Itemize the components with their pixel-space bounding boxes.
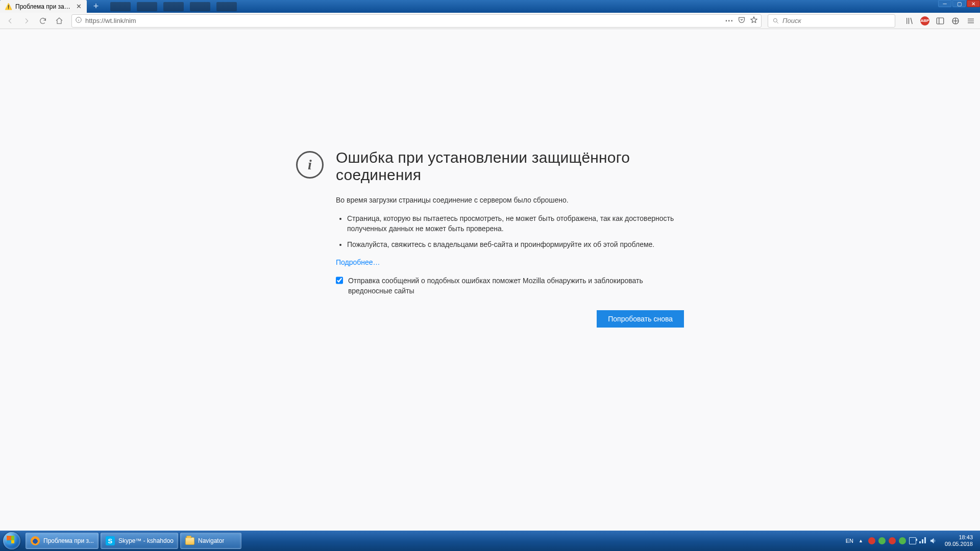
report-errors-label: Отправка сообщений о подобных ошибках по… xyxy=(348,276,684,296)
titlebar: ⚠️ Проблема при загрузке стра ✕ + ─ ▢ ✕ xyxy=(0,0,980,13)
browser-toolbar: ··· ABP xyxy=(0,13,980,29)
error-container: i Ошибка при установлении защищённого со… xyxy=(296,149,684,328)
info-icon: i xyxy=(296,151,324,179)
search-bar[interactable] xyxy=(768,14,895,28)
volume-icon[interactable] xyxy=(929,537,937,544)
back-button[interactable] xyxy=(4,15,16,27)
forward-button[interactable] xyxy=(20,15,33,27)
error-title: Ошибка при установлении защищённого соед… xyxy=(336,149,684,184)
skype-icon: S xyxy=(105,536,115,546)
warning-icon: ⚠️ xyxy=(4,3,12,11)
windows-orb-icon xyxy=(3,532,20,549)
language-indicator[interactable]: EN xyxy=(846,538,853,544)
pocket-icon[interactable] xyxy=(738,16,746,26)
battery-icon[interactable] xyxy=(909,537,916,544)
system-tray: EN ▲ 18:43 09.05.2018 xyxy=(846,534,980,547)
window-controls: ─ ▢ ✕ xyxy=(938,0,980,7)
folder-icon xyxy=(185,536,195,546)
adblock-icon[interactable]: ABP xyxy=(920,16,930,26)
tray-app-icon[interactable] xyxy=(889,537,896,544)
svg-point-3 xyxy=(773,18,777,22)
taskbar-item-firefox[interactable]: Проблема при з... xyxy=(26,533,99,549)
tray-overflow-icon[interactable]: ▲ xyxy=(859,538,863,543)
taskbar-clock[interactable]: 18:43 09.05.2018 xyxy=(942,534,976,547)
search-input[interactable] xyxy=(782,17,891,24)
bg-thumb[interactable] xyxy=(110,2,131,11)
bg-thumb[interactable] xyxy=(216,2,237,11)
containers-icon[interactable] xyxy=(950,16,961,26)
report-errors-row: Отправка сообщений о подобных ошибках по… xyxy=(336,276,684,296)
bg-thumb[interactable] xyxy=(190,2,210,11)
taskbar-item-skype[interactable]: S Skype™ - kshahdoo xyxy=(101,533,178,549)
home-button[interactable] xyxy=(53,15,65,27)
toolbar-right-icons: ABP xyxy=(899,16,976,26)
window-close-button[interactable]: ✕ xyxy=(967,0,980,7)
new-tab-button[interactable]: + xyxy=(89,2,103,12)
svg-rect-8 xyxy=(937,18,944,24)
app-menu-button[interactable] xyxy=(966,16,976,26)
network-icon[interactable] xyxy=(919,537,926,544)
windows-taskbar: Проблема при з... S Skype™ - kshahdoo Na… xyxy=(0,531,980,551)
tray-app-icon[interactable] xyxy=(899,537,906,544)
svg-line-4 xyxy=(777,21,778,23)
learn-more-link[interactable]: Подробнее… xyxy=(336,258,380,266)
site-identity-icon[interactable] xyxy=(75,16,82,26)
tray-app-icon[interactable] xyxy=(878,537,886,544)
library-icon[interactable] xyxy=(904,16,915,26)
url-input[interactable] xyxy=(85,17,722,24)
report-errors-checkbox[interactable] xyxy=(336,277,343,284)
sidebar-icon[interactable] xyxy=(935,16,945,26)
svg-line-7 xyxy=(911,18,912,24)
window-minimize-button[interactable]: ─ xyxy=(938,0,951,7)
tab-close-icon[interactable]: ✕ xyxy=(75,3,83,10)
search-icon xyxy=(772,17,779,24)
reload-button[interactable] xyxy=(37,15,49,27)
background-tab-thumbnails xyxy=(110,2,237,11)
tab-title: Проблема при загрузке стра xyxy=(15,3,72,10)
error-lead: Во время загрузки страницы соединение с … xyxy=(336,196,684,204)
bookmark-star-icon[interactable] xyxy=(750,16,758,26)
error-bullet: Пожалуйста, свяжитесь с владельцами веб-… xyxy=(347,239,684,249)
taskbar-item-navigator[interactable]: Navigator xyxy=(180,533,241,549)
start-button[interactable] xyxy=(0,531,23,551)
page-content: i Ошибка при установлении защищённого со… xyxy=(0,29,980,539)
retry-button[interactable]: Попробовать снова xyxy=(597,310,684,328)
url-bar[interactable]: ··· xyxy=(71,14,762,28)
page-actions-icon[interactable]: ··· xyxy=(725,16,733,26)
browser-tab-active[interactable]: ⚠️ Проблема при загрузке стра ✕ xyxy=(0,0,87,13)
bg-thumb[interactable] xyxy=(137,2,157,11)
error-bullet: Страница, которую вы пытаетесь просмотре… xyxy=(347,213,684,234)
firefox-icon xyxy=(30,536,40,546)
error-bullet-list: Страница, которую вы пытаетесь просмотре… xyxy=(336,213,684,249)
window-maximize-button[interactable]: ▢ xyxy=(952,0,966,7)
tray-icons xyxy=(868,537,937,544)
bg-thumb[interactable] xyxy=(163,2,184,11)
tray-app-icon[interactable] xyxy=(868,537,875,544)
